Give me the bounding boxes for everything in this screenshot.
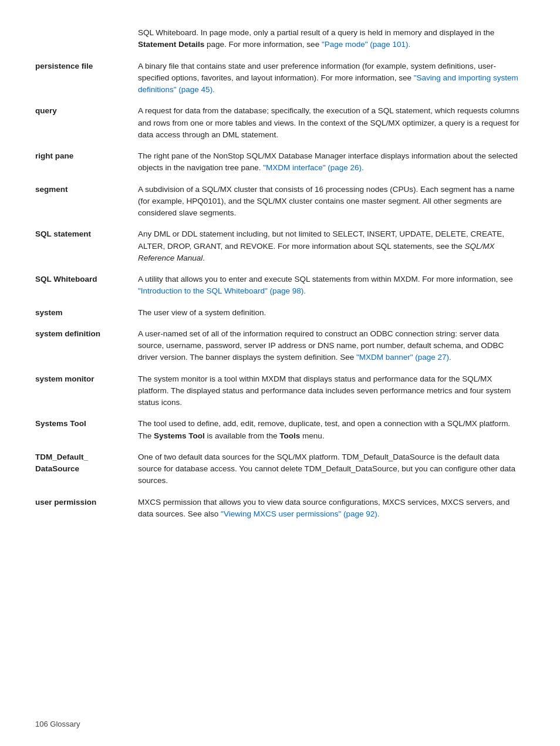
page-footer: 106 Glossary [35, 720, 80, 728]
term-right-pane: right pane [35, 147, 138, 180]
term-system: system [35, 303, 138, 325]
intro-def-cell: SQL Whiteboard. In page mode, only a par… [138, 23, 525, 57]
table-row: query A request for data from the databa… [35, 102, 525, 147]
table-row: persistence file A binary file that cont… [35, 57, 525, 102]
mxdm-interface-link[interactable]: "MXDM interface" (page 26). [263, 163, 364, 172]
table-row: system definition A user-named set of al… [35, 325, 525, 370]
table-row: user permission MXCS permission that all… [35, 493, 525, 526]
def-system: The user view of a system definition. [138, 303, 525, 325]
statement-details-bold: Statement Details [138, 40, 204, 49]
tools-bold: Tools [279, 431, 300, 440]
viewing-mxcs-link[interactable]: "Viewing MXCS user permissions" (page 92… [221, 509, 379, 518]
term-tdm-default-datasource: TDM_Default_DataSource [35, 448, 138, 493]
def-query: A request for data from the database; sp… [138, 102, 525, 147]
term-segment: segment [35, 180, 138, 225]
glossary-table: SQL Whiteboard. In page mode, only a par… [35, 23, 525, 526]
def-system-monitor: The system monitor is a tool within MXDM… [138, 370, 525, 415]
def-system-definition: A user-named set of all of the informati… [138, 325, 525, 370]
def-right-pane: The right pane of the NonStop SQL/MX Dat… [138, 147, 525, 180]
def-segment: A subdivision of a SQL/MX cluster that c… [138, 180, 525, 225]
page-mode-link[interactable]: "Page mode" (page 101). [322, 40, 410, 49]
table-row: segment A subdivision of a SQL/MX cluste… [35, 180, 525, 225]
mxdm-banner-link[interactable]: "MXDM banner" (page 27). [356, 353, 451, 362]
def-user-permission: MXCS permission that allows you to view … [138, 493, 525, 526]
intro-term-cell [35, 23, 138, 57]
term-system-definition: system definition [35, 325, 138, 370]
term-systems-tool: Systems Tool [35, 414, 138, 448]
def-persistence-file: A binary file that contains state and us… [138, 57, 525, 102]
sql-mx-reference-manual-italic: SQL/MX Reference Manual [138, 242, 495, 262]
systems-tool-bold: Systems Tool [154, 431, 205, 440]
intro-row: SQL Whiteboard. In page mode, only a par… [35, 23, 525, 57]
def-sql-statement: Any DML or DDL statement including, but … [138, 225, 525, 270]
intro-sql-whiteboard-link[interactable]: "Introduction to the SQL Whiteboard" (pa… [138, 286, 306, 295]
def-tdm-default-datasource: One of two default data sources for the … [138, 448, 525, 493]
table-row: system monitor The system monitor is a t… [35, 370, 525, 415]
saving-importing-link[interactable]: "Saving and importing system definitions… [138, 73, 518, 94]
page: SQL Whiteboard. In page mode, only a par… [0, 0, 560, 746]
def-systems-tool: The tool used to define, add, edit, remo… [138, 414, 525, 448]
table-row: SQL statement Any DML or DDL statement i… [35, 225, 525, 270]
term-query: query [35, 102, 138, 147]
term-sql-whiteboard: SQL Whiteboard [35, 270, 138, 303]
term-system-monitor: system monitor [35, 370, 138, 415]
term-persistence-file: persistence file [35, 57, 138, 102]
term-user-permission: user permission [35, 493, 138, 526]
table-row: system The user view of a system definit… [35, 303, 525, 325]
table-row: TDM_Default_DataSource One of two defaul… [35, 448, 525, 493]
table-row: right pane The right pane of the NonStop… [35, 147, 525, 180]
term-sql-statement: SQL statement [35, 225, 138, 270]
table-row: SQL Whiteboard A utility that allows you… [35, 270, 525, 303]
table-row: Systems Tool The tool used to define, ad… [35, 414, 525, 448]
def-sql-whiteboard: A utility that allows you to enter and e… [138, 270, 525, 303]
